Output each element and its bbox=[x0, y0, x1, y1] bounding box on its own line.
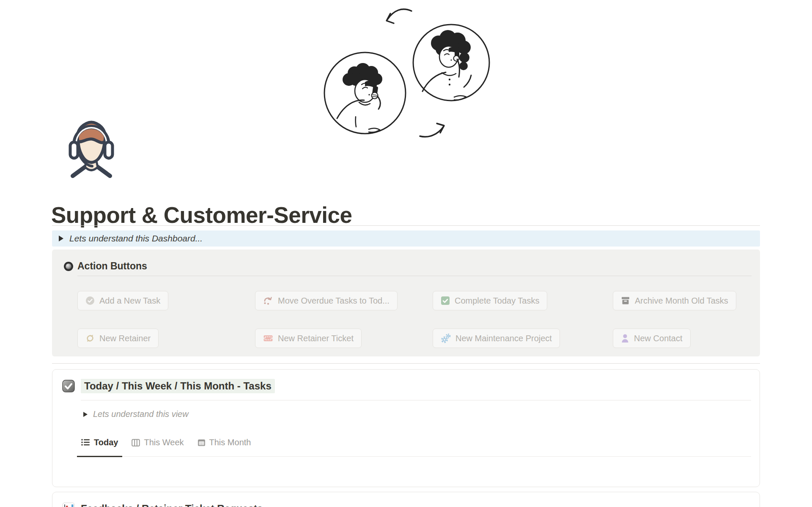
page-title: Support & Customer-Service bbox=[51, 202, 352, 228]
right-person bbox=[422, 30, 471, 100]
gray-checkbox-icon bbox=[62, 380, 75, 392]
tasks-card: Today / This Week / This Month - Tasks L… bbox=[52, 369, 760, 487]
tasks-card-title: Today / This Week / This Month - Tasks bbox=[81, 379, 275, 393]
toggle-triangle-icon bbox=[59, 236, 63, 241]
calendar-view-icon bbox=[198, 439, 206, 447]
tab-label: Today bbox=[94, 438, 118, 447]
support-agent-icon[interactable] bbox=[63, 117, 119, 179]
new-retainer-ticket-button[interactable]: New Retainer Ticket bbox=[255, 329, 362, 348]
radio-button-icon bbox=[63, 261, 74, 271]
tab-label: This Week bbox=[144, 438, 184, 447]
complete-today-tasks-button[interactable]: Complete Today Tasks bbox=[433, 291, 547, 310]
checkbox-green-icon bbox=[441, 296, 450, 305]
person-icon bbox=[621, 334, 629, 343]
new-retainer-button[interactable]: New Retainer bbox=[77, 329, 159, 348]
ticket-icon bbox=[263, 334, 273, 343]
feedbacks-card: Feedbacks / Retainer Ticket Requests bbox=[52, 492, 760, 507]
new-maintenance-project-button[interactable]: New Maintenance Project bbox=[433, 329, 560, 348]
list-view-icon bbox=[81, 438, 90, 446]
button-label: Complete Today Tasks bbox=[455, 296, 539, 306]
archive-box-icon bbox=[621, 296, 630, 305]
tab-this-month[interactable]: This Month bbox=[193, 429, 255, 456]
button-label: Add a New Task bbox=[99, 296, 160, 306]
left-person bbox=[337, 63, 382, 132]
gears-icon bbox=[441, 333, 451, 343]
toggle-triangle-icon bbox=[83, 412, 88, 417]
view-tabs: Today This Week bbox=[77, 429, 751, 457]
bar-chart-icon bbox=[62, 502, 75, 507]
check-circle-icon bbox=[85, 296, 95, 305]
phone-call-illustration bbox=[315, 3, 501, 143]
button-label: New Contact bbox=[634, 334, 683, 343]
new-contact-button[interactable]: New Contact bbox=[613, 329, 691, 348]
feedbacks-card-title: Feedbacks / Retainer Ticket Requests bbox=[81, 502, 263, 507]
button-label: New Maintenance Project bbox=[455, 334, 552, 343]
refresh-arrows-icon bbox=[85, 334, 95, 343]
view-help-label: Lets understand this view bbox=[93, 409, 189, 419]
board-view-icon bbox=[132, 439, 140, 447]
tab-this-week[interactable]: This Week bbox=[127, 429, 188, 456]
action-buttons-section: Action Buttons Add a New Task Move Overd… bbox=[52, 249, 760, 356]
button-label: New Retainer Ticket bbox=[278, 334, 354, 343]
button-label: Move Overdue Tasks to Tod... bbox=[278, 296, 390, 306]
dashboard-help-label: Lets understand this Dashboard... bbox=[69, 233, 203, 244]
divider bbox=[81, 400, 751, 400]
dashboard-help-toggle[interactable]: Lets understand this Dashboard... bbox=[52, 230, 760, 247]
divider bbox=[52, 225, 760, 226]
button-label: Archive Month Old Tasks bbox=[635, 296, 728, 306]
move-arrow-icon bbox=[263, 296, 273, 305]
view-help-toggle[interactable]: Lets understand this view bbox=[83, 409, 189, 419]
archive-month-old-tasks-button[interactable]: Archive Month Old Tasks bbox=[613, 291, 736, 310]
divider bbox=[77, 276, 752, 276]
button-label: New Retainer bbox=[99, 334, 151, 343]
tab-label: This Month bbox=[209, 438, 251, 447]
support-dashboard-page: Support & Customer-Service Lets understa… bbox=[0, 0, 812, 507]
add-new-task-button[interactable]: Add a New Task bbox=[77, 291, 168, 310]
divider bbox=[52, 363, 760, 364]
action-buttons-heading: Action Buttons bbox=[77, 260, 147, 272]
tab-today[interactable]: Today bbox=[77, 429, 122, 457]
move-overdue-tasks-button[interactable]: Move Overdue Tasks to Tod... bbox=[255, 291, 398, 310]
